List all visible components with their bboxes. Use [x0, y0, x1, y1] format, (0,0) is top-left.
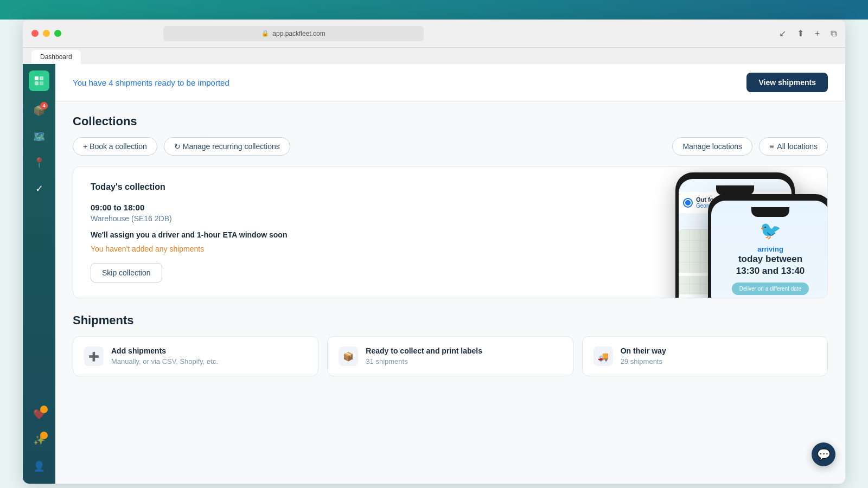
svg-rect-2: [35, 81, 39, 85]
collection-eta-message: We'll assign you a driver and 1-hour ETA…: [91, 230, 438, 239]
ready-to-collect-title: Ready to collect and print labels: [366, 346, 482, 355]
phone-front: 🐦 arriving today between13:30 and 13:40 …: [708, 194, 828, 298]
routes-icon: 🗺️: [33, 131, 45, 143]
ready-to-collect-icon: 📦: [339, 346, 358, 366]
chat-bubble-button[interactable]: 💬: [812, 442, 835, 466]
skip-collection-button[interactable]: Skip collection: [91, 263, 162, 282]
heart-badge: [40, 406, 48, 413]
sparkle-badge: [40, 432, 48, 439]
book-collection-button[interactable]: + Book a collection: [73, 137, 157, 156]
on-their-way-title: On their way: [621, 346, 666, 355]
check-icon: ✓: [35, 183, 43, 195]
address-bar[interactable]: 🔒 app.packfleet.com: [163, 26, 424, 41]
tab-bar: Dashboard: [23, 48, 845, 64]
phone-mockups: Out for delivery Georgia is 17 mins away: [524, 166, 827, 298]
add-shipments-card[interactable]: ➕ Add shipments Manually, or via CSV, Sh…: [73, 336, 318, 376]
arriving-time: today between13:30 and 13:40: [736, 253, 805, 277]
all-locations-button[interactable]: ≡ All locations: [759, 137, 828, 156]
svg-rect-1: [40, 76, 43, 80]
sidebar-item-account[interactable]: 👤: [28, 455, 50, 477]
browser-controls: ↙ ⬆ + ⧉: [779, 28, 837, 38]
on-their-way-card[interactable]: 🚚 On their way 29 shipments: [582, 336, 828, 376]
arriving-label: arriving: [757, 245, 783, 253]
import-message: You have 4 shipments ready to be importe…: [73, 78, 229, 87]
ready-to-collect-sub: 31 shipments: [366, 357, 482, 365]
filter-icon: ≡: [769, 142, 774, 151]
shipments-grid: ➕ Add shipments Manually, or via CSV, Sh…: [73, 336, 828, 376]
traffic-light-red[interactable]: [31, 30, 39, 37]
shipments-badge: 4: [40, 102, 48, 110]
shipments-title: Shipments: [73, 313, 828, 328]
add-shipments-icon: ➕: [84, 346, 104, 366]
manage-recurring-button[interactable]: ↻ Manage recurring collections: [164, 137, 290, 156]
no-shipments-warning: You haven't added any shipments: [91, 245, 438, 253]
manage-locations-button[interactable]: Manage locations: [672, 137, 752, 156]
location-icon: 📍: [33, 157, 45, 169]
deliver-different-date-button[interactable]: Deliver on a different date: [732, 282, 809, 295]
bird-icon: 🐦: [760, 220, 781, 241]
sidebar-item-sparkle[interactable]: ✨: [28, 429, 50, 451]
sidebar-item-locations[interactable]: 📍: [28, 152, 50, 174]
sidebar-item-check[interactable]: ✓: [28, 178, 50, 200]
collection-location: Warehouse (SE16 2DB): [91, 214, 438, 223]
traffic-light-yellow[interactable]: [43, 30, 50, 37]
shipments-section: Shipments ➕ Add shipments Manually, or v…: [73, 313, 828, 376]
add-shipments-sub: Manually, or via CSV, Shopify, etc.: [111, 357, 218, 365]
collections-toolbar: + Book a collection ↻ Manage recurring c…: [73, 137, 828, 156]
todays-collection-card: Today's collection 09:00 to 18:00 Wareho…: [73, 166, 828, 298]
traffic-light-green[interactable]: [54, 30, 61, 37]
svg-rect-3: [40, 81, 43, 85]
toolbar-left: + Book a collection ↻ Manage recurring c…: [73, 137, 290, 156]
ready-to-collect-card[interactable]: 📦 Ready to collect and print labels 31 s…: [327, 336, 573, 376]
collection-time: 09:00 to 18:00: [91, 203, 438, 212]
collections-title: Collections: [73, 114, 828, 129]
account-icon: 👤: [33, 460, 45, 472]
on-their-way-sub: 29 shipments: [621, 357, 666, 365]
sidebar: 📦 4 🗺️ 📍 ✓ ❤️ ✨ 👤: [23, 64, 55, 484]
chat-icon: 💬: [817, 448, 831, 461]
sidebar-item-shipments[interactable]: 📦 4: [28, 100, 50, 121]
svg-rect-0: [35, 76, 39, 80]
url-text: app.packfleet.com: [272, 30, 325, 37]
add-shipments-title: Add shipments: [111, 346, 218, 355]
import-banner: You have 4 shipments ready to be importe…: [55, 64, 845, 101]
view-shipments-button[interactable]: View shipments: [746, 73, 828, 92]
tab-dashboard[interactable]: Dashboard: [31, 50, 81, 64]
sidebar-item-heart[interactable]: ❤️: [28, 403, 50, 425]
toolbar-right: Manage locations ≡ All locations: [672, 137, 828, 156]
app-logo[interactable]: [29, 70, 49, 91]
on-their-way-icon: 🚚: [593, 346, 613, 366]
sidebar-item-routes[interactable]: 🗺️: [28, 126, 50, 147]
main-content: You have 4 shipments ready to be importe…: [55, 64, 845, 484]
